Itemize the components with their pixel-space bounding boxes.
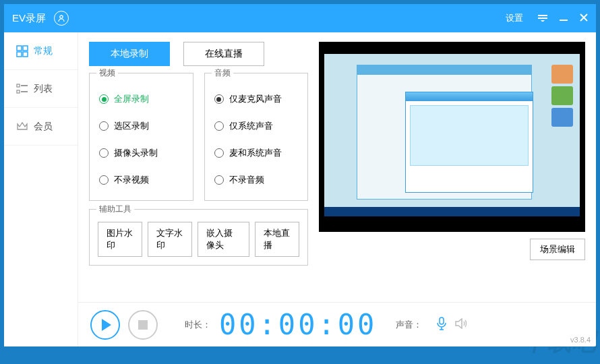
svg-rect-8 xyxy=(23,52,28,57)
minimize-button[interactable] xyxy=(560,13,568,24)
tools-group-title: 辅助工具 xyxy=(96,204,134,215)
microphone-icon[interactable] xyxy=(436,317,448,333)
sidebar: 常规 列表 会员 xyxy=(4,32,78,346)
preview-area xyxy=(319,42,585,232)
svg-rect-10 xyxy=(21,85,28,86)
sidebar-item-label: 常规 xyxy=(34,45,53,57)
svg-marker-3 xyxy=(541,20,545,22)
stop-button[interactable] xyxy=(128,310,158,340)
version-label: v3.8.4 xyxy=(570,336,591,344)
close-button[interactable] xyxy=(580,13,588,24)
app-title: EV录屏 xyxy=(12,12,46,25)
user-icon[interactable] xyxy=(54,11,69,26)
main-panel: 本地录制 在线直播 视频 全屏录制 选区录制 摄像头录制 不录视频 音频 xyxy=(78,32,596,346)
duration-label: 时长： xyxy=(185,319,211,331)
audio-group-title: 音频 xyxy=(212,67,233,79)
sound-label: 声音： xyxy=(396,319,422,331)
video-group-title: 视频 xyxy=(96,67,118,79)
play-icon xyxy=(102,319,111,331)
tools-group: 辅助工具 图片水印 文字水印 嵌入摄像头 本地直播 xyxy=(89,209,308,266)
footer-controls: 时长： 00:00:00 声音： v3.8.4 xyxy=(78,302,596,346)
tab-live-stream[interactable]: 在线直播 xyxy=(183,42,264,66)
video-group: 视频 全屏录制 选区录制 摄像头录制 不录视频 xyxy=(89,73,193,201)
sidebar-item-general[interactable]: 常规 xyxy=(4,32,78,70)
audio-option-both[interactable]: 麦和系统声音 xyxy=(214,140,299,166)
settings-button[interactable]: 设置 xyxy=(506,12,523,24)
video-option-region[interactable]: 选区录制 xyxy=(99,113,183,140)
sidebar-item-list[interactable]: 列表 xyxy=(4,70,78,108)
tool-text-watermark[interactable]: 文字水印 xyxy=(148,222,192,257)
audio-option-none[interactable]: 不录音频 xyxy=(214,166,299,193)
app-window: EV录屏 设置 常规 列表 xyxy=(4,4,596,346)
tool-image-watermark[interactable]: 图片水印 xyxy=(98,222,142,257)
stop-icon xyxy=(138,320,148,330)
record-button[interactable] xyxy=(90,310,120,340)
video-option-camera[interactable]: 摄像头录制 xyxy=(99,140,183,166)
sidebar-item-member[interactable]: 会员 xyxy=(4,108,78,146)
audio-option-mic[interactable]: 仅麦克风声音 xyxy=(214,86,299,113)
tool-local-live[interactable]: 本地直播 xyxy=(255,222,299,257)
svg-rect-1 xyxy=(538,15,547,16)
video-option-fullscreen[interactable]: 全屏录制 xyxy=(99,86,183,113)
sidebar-item-label: 列表 xyxy=(34,83,53,95)
svg-rect-7 xyxy=(17,52,22,57)
svg-rect-5 xyxy=(17,46,22,51)
sidebar-item-label: 会员 xyxy=(34,121,53,133)
svg-rect-6 xyxy=(23,46,28,51)
audio-group: 音频 仅麦克风声音 仅系统声音 麦和系统声音 不录音频 xyxy=(204,73,309,201)
svg-rect-11 xyxy=(17,90,20,93)
svg-rect-4 xyxy=(560,20,568,21)
tab-local-record[interactable]: 本地录制 xyxy=(89,42,170,66)
svg-rect-2 xyxy=(538,18,547,19)
menu-icon[interactable] xyxy=(538,13,547,24)
svg-rect-12 xyxy=(21,91,28,92)
audio-option-system[interactable]: 仅系统声音 xyxy=(214,113,299,140)
scene-edit-button[interactable]: 场景编辑 xyxy=(530,239,585,260)
svg-rect-9 xyxy=(17,84,20,87)
titlebar: EV录屏 设置 xyxy=(4,4,596,32)
grid-icon xyxy=(16,45,28,57)
svg-point-0 xyxy=(60,16,63,18)
list-icon xyxy=(16,83,28,95)
video-option-none[interactable]: 不录视频 xyxy=(99,166,183,193)
tool-embed-camera[interactable]: 嵌入摄像头 xyxy=(198,222,249,257)
speaker-icon[interactable] xyxy=(454,317,468,332)
svg-rect-13 xyxy=(440,317,444,324)
duration-value: 00:00:00 xyxy=(219,308,377,341)
crown-icon xyxy=(16,121,28,133)
